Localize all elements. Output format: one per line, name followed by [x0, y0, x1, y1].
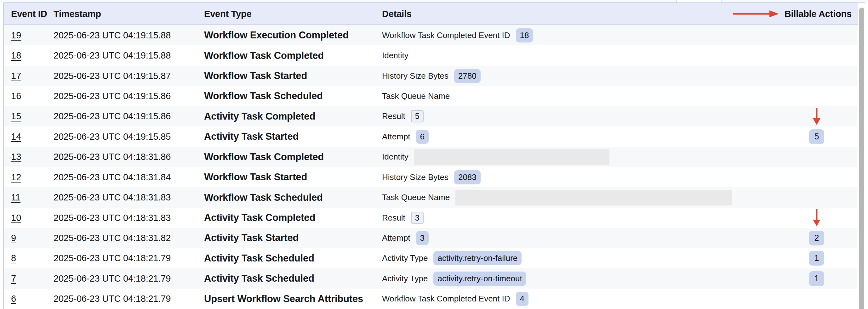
details-cell: Workflow Task Completed Event ID 4: [375, 292, 775, 306]
event-id-link[interactable]: 13: [11, 152, 21, 162]
detail-value-chip: 2083: [454, 170, 480, 184]
event-type-cell: Activity Task Scheduled: [197, 253, 375, 264]
details-cell: Workflow Task Completed Event ID 18: [375, 28, 775, 42]
event-id-link[interactable]: 16: [11, 91, 21, 101]
table-row[interactable]: 12 2025-06-23 UTC 04:18:31.84 Workflow T…: [4, 167, 857, 187]
event-history-page: Event ID Timestamp Event Type Details Bi…: [0, 0, 868, 309]
event-type-cell: Activity Task Completed: [197, 212, 375, 224]
table-header-row: Event ID Timestamp Event Type Details Bi…: [4, 3, 864, 25]
billable-cell: 1: [775, 251, 858, 266]
billable-cell: [775, 209, 858, 227]
detail-label: Workflow Task Completed Event ID: [382, 31, 510, 40]
detail-label: Task Queue Name: [382, 193, 450, 202]
annotation-down-arrow-icon: [812, 209, 822, 227]
event-id-link[interactable]: 8: [11, 253, 16, 263]
detail-value-chip: 5: [411, 110, 424, 123]
details-cell: Result 3: [375, 212, 775, 224]
event-type-cell: Workflow Task Scheduled: [197, 192, 375, 203]
timestamp-cell: 2025-06-23 UTC 04:18:21.79: [46, 273, 197, 284]
column-header-billable-actions-label: Billable Actions: [784, 9, 851, 19]
detail-value-chip: 3: [411, 212, 424, 224]
column-header-event-id: Event ID: [4, 9, 46, 19]
event-id-link[interactable]: 10: [11, 213, 21, 223]
event-type-cell: Workflow Task Completed: [197, 50, 375, 61]
table-row[interactable]: 9 2025-06-23 UTC 04:18:31.82 Activity Ta…: [4, 228, 857, 248]
detail-value-chip: activity.retry-on-failure: [433, 251, 522, 265]
timestamp-cell: 2025-06-23 UTC 04:18:31.83: [46, 213, 197, 223]
table-row[interactable]: 6 2025-06-23 UTC 04:18:21.79 Upsert Work…: [4, 288, 857, 309]
table-row[interactable]: 17 2025-06-23 UTC 04:19:15.87 Workflow T…: [4, 66, 857, 86]
table-row[interactable]: 13 2025-06-23 UTC 04:18:31.86 Workflow T…: [4, 147, 857, 167]
timestamp-cell: 2025-06-23 UTC 04:19:15.85: [46, 132, 197, 142]
annotation-right-arrow-icon: [732, 9, 779, 18]
redacted-value-block: [414, 149, 610, 165]
scrollbar-thumb[interactable]: [859, 7, 864, 309]
column-header-event-type: Event Type: [197, 9, 375, 19]
event-id-link[interactable]: 11: [11, 192, 21, 202]
column-header-timestamp: Timestamp: [46, 9, 197, 19]
detail-value-chip: 3: [416, 231, 429, 245]
billable-count-chip: 5: [809, 129, 824, 144]
table-row[interactable]: 14 2025-06-23 UTC 04:19:15.85 Activity T…: [4, 127, 857, 147]
detail-value-chip: 18: [516, 28, 533, 42]
billable-cell: [775, 107, 858, 126]
event-history-table: Event ID Timestamp Event Type Details Bi…: [3, 2, 865, 309]
detail-value-chip: 4: [516, 292, 528, 306]
event-id-link[interactable]: 12: [11, 172, 21, 182]
details-cell: Activity Type activity.retry-on-failure: [375, 251, 775, 265]
detail-label: Task Queue Name: [382, 91, 450, 101]
details-cell: Task Queue Name: [375, 190, 775, 205]
event-id-link[interactable]: 14: [11, 132, 21, 142]
detail-label: Activity Type: [382, 274, 428, 283]
cropped-control-edge: [677, 0, 722, 2]
details-cell: Attempt 6: [375, 130, 775, 144]
timestamp-cell: 2025-06-23 UTC 04:19:15.86: [46, 111, 197, 122]
event-type-cell: Workflow Task Scheduled: [197, 90, 375, 102]
event-id-link[interactable]: 9: [11, 233, 16, 243]
billable-count-chip: 1: [809, 271, 824, 286]
detail-label: Result: [382, 111, 405, 121]
event-type-cell: Workflow Task Started: [197, 70, 375, 81]
details-cell: Identity: [375, 149, 775, 165]
table-row[interactable]: 16 2025-06-23 UTC 04:19:15.86 Workflow T…: [4, 86, 857, 106]
event-type-cell: Activity Task Started: [197, 232, 375, 244]
table-row[interactable]: 8 2025-06-23 UTC 04:18:21.79 Activity Ta…: [4, 248, 857, 268]
timestamp-cell: 2025-06-23 UTC 04:19:15.88: [46, 30, 197, 41]
event-type-cell: Workflow Execution Completed: [197, 30, 375, 41]
table-row[interactable]: 19 2025-06-23 UTC 04:19:15.88 Workflow E…: [4, 25, 857, 45]
table-row[interactable]: 7 2025-06-23 UTC 04:18:21.79 Activity Ta…: [4, 268, 857, 288]
table-row[interactable]: 15 2025-06-23 UTC 04:19:15.86 Activity T…: [4, 106, 857, 127]
details-cell: Task Queue Name: [375, 91, 775, 101]
table-row[interactable]: 11 2025-06-23 UTC 04:18:31.83 Workflow T…: [4, 187, 857, 207]
event-rows: 19 2025-06-23 UTC 04:19:15.88 Workflow E…: [4, 25, 857, 309]
event-id-link[interactable]: 19: [11, 30, 21, 40]
billable-count-chip: 2: [809, 231, 824, 245]
table-row[interactable]: 18 2025-06-23 UTC 04:19:15.88 Workflow T…: [4, 45, 857, 65]
timestamp-cell: 2025-06-23 UTC 04:18:31.84: [46, 172, 197, 182]
billable-cell: 5: [775, 129, 858, 144]
timestamp-cell: 2025-06-23 UTC 04:18:31.83: [46, 192, 197, 203]
event-type-cell: Activity Task Started: [197, 131, 375, 142]
event-id-link[interactable]: 6: [11, 294, 16, 304]
detail-label: Attempt: [382, 132, 410, 142]
detail-label: Identity: [382, 51, 408, 60]
detail-label: Activity Type: [382, 253, 428, 263]
billable-cell: 1: [775, 271, 858, 286]
event-type-cell: Activity Task Completed: [197, 111, 375, 122]
column-header-details: Details: [375, 9, 775, 19]
timestamp-cell: 2025-06-23 UTC 04:19:15.88: [46, 50, 197, 61]
table-row[interactable]: 10 2025-06-23 UTC 04:18:31.83 Activity T…: [4, 208, 857, 228]
timestamp-cell: 2025-06-23 UTC 04:18:21.79: [46, 253, 197, 263]
detail-label: Identity: [382, 152, 408, 162]
annotation-down-arrow-icon: [812, 107, 822, 126]
detail-value-chip: 6: [416, 130, 429, 144]
event-id-link[interactable]: 7: [11, 273, 16, 283]
billable-cell: 2: [775, 231, 858, 245]
detail-label: Workflow Task Completed Event ID: [382, 294, 510, 304]
event-id-link[interactable]: 15: [11, 111, 21, 121]
detail-label: Result: [382, 213, 405, 223]
redacted-value-block: [456, 190, 732, 205]
event-id-link[interactable]: 18: [11, 50, 21, 60]
event-type-cell: Workflow Task Started: [197, 171, 375, 183]
event-id-link[interactable]: 17: [11, 71, 21, 81]
